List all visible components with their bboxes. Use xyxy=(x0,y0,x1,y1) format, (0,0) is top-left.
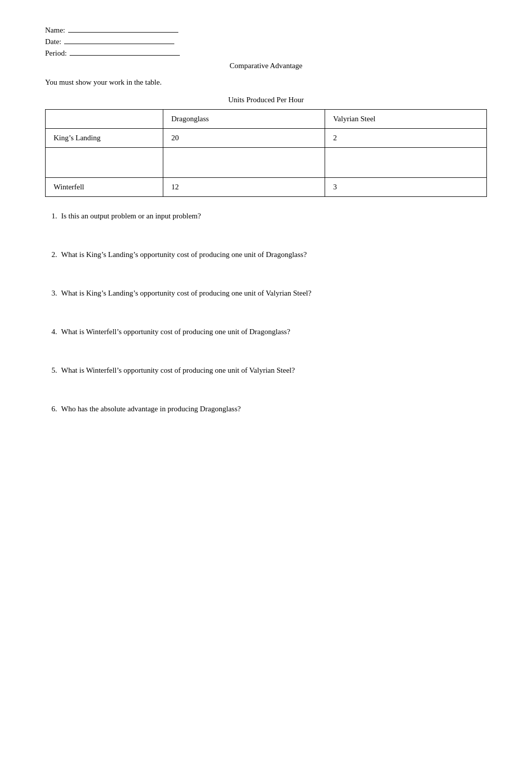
header-fields: Name: Date: Period: xyxy=(45,25,487,58)
table-row: Winterfell123 xyxy=(46,178,487,197)
question-item-6: 6.Who has the absolute advantage in prod… xyxy=(45,405,487,413)
period-field-line: Period: xyxy=(45,48,487,58)
question-number-4: 4. xyxy=(45,328,57,336)
question-text-6: Who has the absolute advantage in produc… xyxy=(61,405,487,413)
question-item-2: 2.What is King’s Landing’s opportunity c… xyxy=(45,250,487,259)
cell-location-1: Winterfell xyxy=(46,178,163,197)
period-label: Period: xyxy=(45,49,67,58)
questions-section: 1.Is this an output problem or an input … xyxy=(45,212,487,413)
question-item-1: 1.Is this an output problem or an input … xyxy=(45,212,487,220)
period-underline xyxy=(70,48,180,56)
question-text-4: What is Winterfell’s opportunity cost of… xyxy=(61,328,487,336)
question-number-5: 5. xyxy=(45,366,57,375)
table-spacer-row xyxy=(46,148,487,178)
col-header-dragonglass: Dragonglass xyxy=(163,110,325,129)
name-label: Name: xyxy=(45,26,65,35)
col-header-valyrian: Valyrian Steel xyxy=(325,110,486,129)
question-text-1: Is this an output problem or an input pr… xyxy=(61,212,487,220)
question-text-5: What is Winterfell’s opportunity cost of… xyxy=(61,366,487,375)
cell-dragonglass-0: 20 xyxy=(163,129,325,148)
name-underline xyxy=(68,25,178,33)
cell-valyrian-0: 2 xyxy=(325,129,486,148)
question-number-2: 2. xyxy=(45,250,57,259)
table-section-title: Units Produced Per Hour xyxy=(45,96,487,104)
name-field-line: Name: xyxy=(45,25,487,35)
instruction-text: You must show your work in the table. xyxy=(45,78,487,87)
date-field-line: Date: xyxy=(45,37,487,46)
table-row: King’s Landing202 xyxy=(46,129,487,148)
cell-location-0: King’s Landing xyxy=(46,129,163,148)
question-text-2: What is King’s Landing’s opportunity cos… xyxy=(61,250,487,259)
question-item-3: 3.What is King’s Landing’s opportunity c… xyxy=(45,289,487,298)
question-item-5: 5.What is Winterfell’s opportunity cost … xyxy=(45,366,487,375)
production-table: Dragonglass Valyrian Steel King’s Landin… xyxy=(45,109,487,197)
question-text-3: What is King’s Landing’s opportunity cos… xyxy=(61,289,487,298)
col-header-location xyxy=(46,110,163,129)
date-label: Date: xyxy=(45,38,61,46)
question-item-4: 4.What is Winterfell’s opportunity cost … xyxy=(45,328,487,336)
question-number-3: 3. xyxy=(45,289,57,298)
date-underline xyxy=(64,37,174,44)
table-header-row: Dragonglass Valyrian Steel xyxy=(46,110,487,129)
cell-valyrian-1: 3 xyxy=(325,178,486,197)
question-number-1: 1. xyxy=(45,212,57,220)
page-title: Comparative Advantage xyxy=(45,62,487,70)
question-number-6: 6. xyxy=(45,405,57,413)
cell-dragonglass-1: 12 xyxy=(163,178,325,197)
